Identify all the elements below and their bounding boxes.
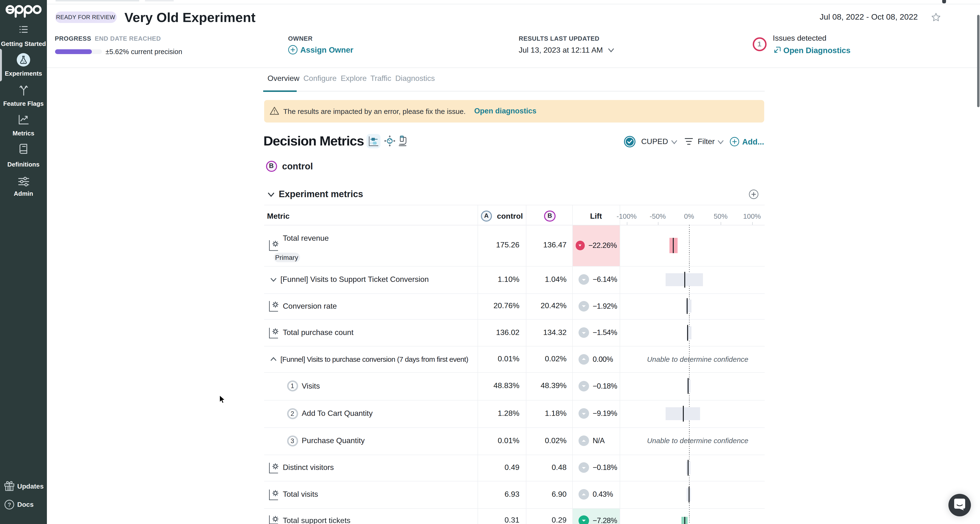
svg-text:?: ? xyxy=(8,502,11,508)
